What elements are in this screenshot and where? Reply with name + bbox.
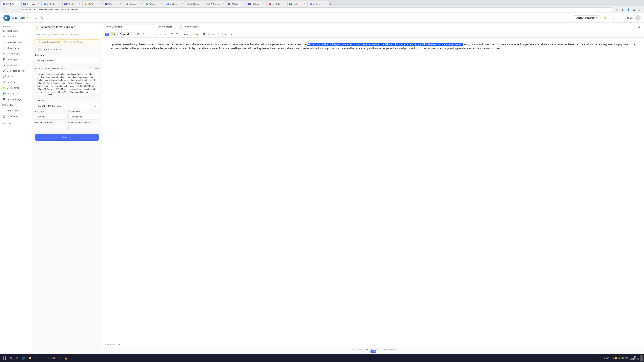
sidebar-item-ai-images[interactable]: 🖼 AI Images [0,56,32,62]
search-button[interactable]: 🔍 [39,15,44,21]
tab-close-icon[interactable]: ✕ [222,3,224,5]
insert-quote-button[interactable]: " [217,32,221,36]
taskbar-clock[interactable]: 16:11 2024-07-03 [630,356,639,360]
sidebar-item-ai-chat-image[interactable]: 🖼 AI Chat Image [0,96,32,102]
tab-close-icon[interactable]: ✕ [304,3,306,5]
profile-button[interactable]: 👤 [626,7,630,12]
tab-w-iphone[interactable]: W W iPhone... ✕ [206,1,226,6]
sidebar-item-smart-editor[interactable]: ⚡ Smart Editor [0,45,32,51]
taskbar-chrome[interactable]: ⊙ [34,355,38,361]
sidebar-item-ai-file-chat[interactable]: 📁 AI File Chat [0,85,32,91]
creativity-select[interactable]: Original [35,114,66,119]
bookmark-button[interactable]: ☆ [614,7,619,12]
tab-close-icon[interactable]: ✕ [18,3,19,5]
insert-image-button[interactable]: 🖼 [202,32,206,36]
tab-close-icon[interactable]: ✕ [263,3,265,5]
sidebar-item-ai-web-chat[interactable]: 🌐 AI Web Chat [0,91,32,96]
italic-button[interactable]: I [141,32,146,36]
sidebar-item-brand-voice[interactable]: 🎙 Brand Voice [0,108,32,113]
tab-close-icon[interactable]: ✕ [243,3,244,5]
document-name-input[interactable] [105,24,155,29]
sidebar-item-ai-writer[interactable]: ✏ AI Writer [0,34,32,39]
sidebar-item-ai-code[interactable]: ⌨ AI Code [0,102,32,108]
start-button[interactable] [1,355,8,361]
taskbar-mail[interactable]: ✉ [45,355,50,361]
fullscreen-button[interactable]: ⛶ [618,15,624,21]
sidebar-item-ai-vision[interactable]: 👁 AI Vision [0,79,32,85]
ai-badge[interactable]: AI [105,33,109,36]
battery-icon[interactable]: 🔋 [622,357,624,359]
redo-button[interactable]: ↪ [229,32,233,36]
create-ai-document-button[interactable]: Create AI Document ▾ [573,15,600,20]
ordered-list-button[interactable]: ☰ ▾ [176,32,180,36]
sidebar-item-ai-voiceover[interactable]: 🎙 AI Voiceover › [0,62,32,68]
underline-button[interactable]: U [146,32,150,36]
tone-select[interactable]: Professional [68,114,99,119]
taskbar-security[interactable]: 🔒 [63,355,69,361]
tab-close-icon[interactable]: ✕ [100,3,101,5]
tab-why-c[interactable]: G Why c... ✕ [144,1,164,6]
generate-button[interactable]: Generate [35,134,99,141]
address-bar[interactable]: aitools.cprtsoft.com/user/templates/orig… [20,7,613,12]
tab-close-icon[interactable]: ✕ [284,3,285,5]
extensions-button[interactable]: ⊞ [632,7,636,12]
forward-button[interactable]: › [8,7,13,12]
download-button[interactable]: ⬇ [620,7,625,12]
weather-widget[interactable]: ☀ 28° [604,357,609,359]
user-avatar[interactable] [635,15,641,21]
theme-toggle-button[interactable]: ☽ [610,15,616,21]
back-button[interactable]: ‹ [2,7,7,12]
insert-link-button[interactable]: 🔗 [206,32,211,36]
tab-cprt-2[interactable]: C CPRT S... ✕ [22,1,42,6]
taskbar-edge[interactable]: 🌐 [20,355,26,361]
ai-model-select[interactable]: OpenAI | GPT 3.5 Turbo [35,103,99,109]
tab-why-s[interactable]: W Why s... ✕ [83,1,103,6]
tone-info-icon[interactable]: ⓘ [81,110,83,113]
tab-close-icon[interactable]: ✕ [181,3,183,5]
tab-close-icon[interactable]: ✕ [161,3,162,5]
result-length-info-icon[interactable]: ⓘ [91,121,93,124]
sidebar-item-ai-speech-to-text[interactable]: 🎤 AI Speech to Text [0,68,32,73]
tab-cprt-1[interactable]: C CPRT S... ✕ [1,1,21,6]
tab-w-history[interactable]: W W Histor... ✕ [185,1,205,6]
show-desktop-button[interactable] [640,355,643,361]
tab-the-ev[interactable]: T The ev... ✕ [288,1,308,6]
magic-button[interactable]: ✨ ▾ [110,32,116,36]
sidebar-item-ai-rewriter[interactable]: ↺ AI ReWriter [0,51,32,56]
favorite-star-icon[interactable]: ☆ [96,25,99,29]
tab-close-icon[interactable]: ✕ [324,3,326,5]
new-tab-button[interactable]: + [328,2,332,6]
sidebar-item-dashboard[interactable]: ⊞ Dashboard [0,28,32,34]
align-left-button[interactable]: ≡ [153,32,158,36]
taskbar-explorer[interactable]: 📁 [27,355,33,361]
menu-button[interactable]: ⋮ [637,7,642,12]
align-right-button[interactable]: ≡ [163,32,168,36]
insert-code-button[interactable]: </> [212,32,216,36]
sidebar-item-documents[interactable]: 📋 Documents › [0,113,32,119]
notification-button[interactable]: 🔔 [602,15,608,21]
tab-iphone-1[interactable]: i iPhone... ✕ [226,1,246,6]
tab-how-d[interactable]: H How D... ✕ [124,1,144,6]
text-input[interactable]: European Commission regulation, replacin… [35,71,99,95]
results-input[interactable] [35,125,66,130]
editor-content[interactable]: Apple has released many different models… [102,37,644,342]
tab-why-ca[interactable]: W Why ca... ✕ [103,1,124,6]
creativity-info-icon[interactable]: ⓘ [44,110,46,113]
sidebar-toggle-button[interactable]: ☰ [34,15,39,21]
taskbar-search[interactable]: 🔍 [8,355,14,361]
tab-g-wiki[interactable]: G G wiki a... ✕ [308,1,328,6]
brand-link[interactable]: CPRT Soft AI Tools [364,349,380,351]
internet-toggle[interactable]: ◯ [178,24,183,29]
tab-close-icon[interactable]: ✕ [38,3,40,5]
language-select[interactable]: 🇺🇸 English (USA) [35,58,99,63]
volume-icon[interactable]: 🔊 [618,357,621,359]
result-length-input[interactable] [68,125,99,130]
sidebar-item-ai-chat[interactable]: 💬 AI Chat [0,73,32,79]
sidebar-item-ai-article-wizard[interactable]: 📄 AI Article Wizard [0,39,32,45]
tab-close-icon[interactable]: ✕ [202,3,204,5]
tab-wiki-1[interactable]: W Why d... ✕ [62,1,82,6]
bullet-list-button[interactable]: ☰ ▾ [170,32,175,36]
taskbar-task-view[interactable]: ⧉ [15,355,20,361]
highlight-color-button[interactable]: ▭ ▾ [191,33,199,36]
reload-button[interactable]: ↻ [14,7,19,12]
